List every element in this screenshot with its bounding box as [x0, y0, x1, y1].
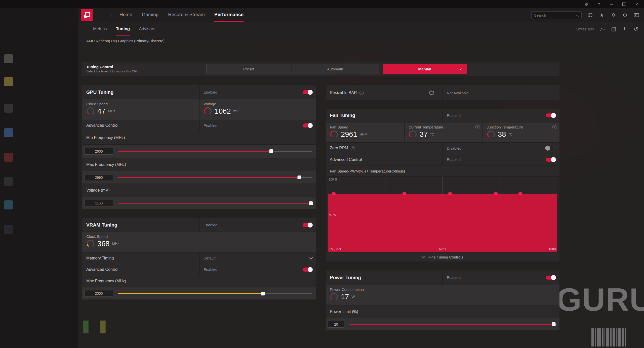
gpu-max-freq-slider-handle[interactable] [298, 176, 301, 179]
fine-tuning-controls[interactable]: Fine Tuning Controls [326, 252, 559, 262]
nav-item-performance[interactable]: Performance [214, 8, 244, 22]
current-temp-help-icon[interactable]: ? [475, 125, 479, 129]
tab-metrics[interactable]: Metrics [93, 22, 107, 36]
automatic-button[interactable]: Automatic [292, 64, 379, 74]
gpu-max-freq-input[interactable] [85, 174, 113, 181]
gpu-min-freq-slider[interactable] [118, 151, 312, 152]
desktop-icon[interactable] [4, 128, 13, 137]
gpu-voltage-slider-row [82, 197, 316, 209]
radeon-software-window: ← → Home Gaming Record & Stream Performa… [78, 8, 644, 348]
chip-icon [428, 90, 435, 95]
gpu-advanced-toggle[interactable] [303, 123, 312, 127]
vram-tuning-header: VRAM Tuning Enabled [82, 218, 316, 232]
desktop-icon[interactable] [4, 104, 13, 113]
help-icon[interactable]: ? [594, 0, 604, 8]
zero-rpm-toggle[interactable] [545, 146, 555, 150]
gpu-max-freq-slider[interactable] [118, 177, 312, 178]
vram-memory-timing-dropdown[interactable]: Default [199, 252, 316, 264]
power-limit-slider[interactable] [350, 324, 557, 325]
fan-curve-point[interactable] [448, 192, 452, 195]
vram-advanced-toggle[interactable] [303, 268, 312, 272]
fan-tuning-title: Fan Tuning [330, 113, 355, 118]
fan-curve-plot[interactable]: 100 % 50 % 0 %, 25°C 62°C 100% [328, 177, 557, 252]
gpu-voltage-value: 1062 [215, 107, 231, 115]
search-box[interactable] [531, 11, 582, 19]
power-tuning-toggle[interactable] [546, 276, 555, 280]
back-arrow-icon[interactable]: ← [98, 12, 106, 18]
feedback-icon[interactable] [611, 27, 616, 32]
resizable-bar-label-text: Resizable BAR [330, 91, 357, 95]
desktop-icon[interactable] [4, 177, 13, 186]
gpu-voltage-slider[interactable] [118, 203, 312, 204]
vram-max-freq-slider-row [82, 287, 316, 299]
bug-report-icon[interactable] [581, 0, 592, 8]
forward-arrow-icon[interactable]: → [106, 12, 115, 18]
gpu-advanced-state: Enabled [204, 123, 217, 128]
gpu-voltage-label-row: Voltage (mV) [82, 184, 316, 197]
vram-max-freq-input[interactable] [85, 290, 113, 297]
reset-icon[interactable]: ↺ [633, 26, 639, 32]
maximize-icon[interactable] [619, 0, 629, 8]
minimize-icon[interactable]: ─ [606, 0, 617, 8]
nav-item-gaming[interactable]: Gaming [142, 8, 159, 22]
preset-button[interactable]: Preset [206, 64, 291, 74]
stress-test-label[interactable]: Stress Test [576, 27, 594, 31]
vram-max-freq-label: Max Frequency (MHz) [86, 279, 126, 283]
amd-logo[interactable] [81, 9, 93, 21]
desktop-icon[interactable] [4, 225, 13, 234]
fan-advanced-toggle[interactable] [546, 158, 555, 162]
vram-max-freq-slider-handle[interactable] [261, 292, 265, 295]
nav-item-record-stream[interactable]: Record & Stream [168, 8, 205, 22]
vram-advanced-state: Enabled [204, 267, 217, 272]
share-icon[interactable] [622, 27, 627, 32]
search-input[interactable] [534, 13, 574, 18]
gear-icon[interactable]: ⚙ [622, 12, 628, 18]
gpu-voltage-unit: mV [233, 109, 239, 113]
power-limit-slider-handle[interactable] [552, 322, 555, 326]
gpu-enabled-label: Enabled [204, 90, 217, 94]
banner-icon[interactable] [633, 12, 639, 18]
gpu-advanced-row: Advanced Control Enabled [82, 120, 316, 131]
gpu-tuning-toggle[interactable] [303, 90, 312, 94]
junction-temp-value: 38 [498, 130, 506, 139]
gpu-min-freq-slider-handle[interactable] [269, 149, 273, 153]
power-limit-input[interactable] [328, 321, 344, 328]
fan-curve-point[interactable] [518, 192, 522, 195]
zero-rpm-row: Zero RPM ? Disabled [326, 142, 559, 154]
search-icon [576, 13, 579, 17]
tab-tuning[interactable]: Tuning [116, 22, 130, 36]
fan-curve-point[interactable] [332, 192, 336, 195]
resizable-bar-help-icon[interactable]: ? [359, 91, 364, 95]
vram-tuning-toggle[interactable] [303, 223, 312, 227]
fan-tuning-toggle[interactable] [546, 113, 555, 117]
gpu-voltage-slider-handle[interactable] [309, 201, 313, 205]
vram-max-freq-slider[interactable] [118, 293, 312, 294]
desktop-icon[interactable] [4, 77, 13, 86]
star-icon[interactable]: ★ [599, 12, 605, 18]
desktop-icon[interactable] [4, 153, 13, 162]
close-icon[interactable]: ✕ [631, 0, 642, 8]
zero-rpm-help-icon[interactable]: ? [351, 146, 355, 150]
gpu-voltage-input[interactable] [85, 200, 113, 206]
gpu-max-freq-label: Max Frequency (MHz) [86, 162, 126, 167]
fine-tuning-label: Fine Tuning Controls [428, 255, 463, 259]
stress-test-icon[interactable] [600, 27, 605, 31]
junction-temp-help-icon[interactable]: ? [552, 125, 556, 129]
fan-curve-point[interactable] [494, 192, 498, 195]
gpu-min-freq-input[interactable] [85, 148, 113, 155]
vram-clock-value: 368 [97, 240, 109, 248]
vram-enabled-label: Enabled [204, 223, 217, 227]
manual-button[interactable]: Manual ✓ [383, 64, 467, 74]
fan-speed-unit: RPM [360, 132, 368, 136]
desktop-icon[interactable] [4, 54, 13, 63]
gpu-clock-stat: Clock Speed 47 MHz [82, 99, 199, 120]
globe-icon[interactable] [587, 12, 593, 18]
fan-advanced-row: Advanced Control Enabled [326, 154, 559, 165]
chevron-down-icon[interactable] [309, 256, 313, 260]
tab-advisors[interactable]: Advisors [139, 22, 155, 36]
desktop-icon[interactable] [4, 200, 13, 209]
fan-curve-point[interactable] [402, 192, 406, 195]
current-temp-value: 37 [420, 130, 428, 139]
bell-icon[interactable] [610, 12, 616, 18]
nav-item-home[interactable]: Home [119, 8, 132, 22]
